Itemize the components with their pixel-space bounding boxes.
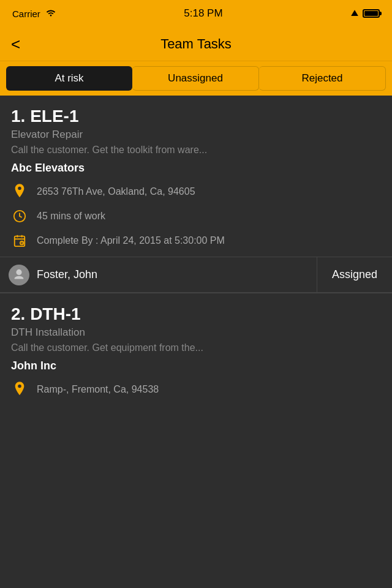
battery-icon [363,9,380,18]
task-card-2: 2. DTH-1 DTH Installation Call the custo… [0,293,392,412]
wifi-icon [45,9,56,18]
task-1-assigned-button[interactable]: Assigned [317,257,392,292]
tab-bar: At risk Unassigned Rejected [0,61,392,96]
task-card-1: 1. ELE-1 Elevator Repair Call the custom… [0,96,392,249]
task-1-description: Call the customer. Get the toolkit from … [11,145,381,156]
task-1-address-row: 2653 76Th Ave, Oakland, Ca, 94605 [11,183,381,200]
location-detail-icon-2 [11,381,28,398]
tab-unassigned[interactable]: Unassigned [132,66,259,91]
carrier-label: Carrier [12,9,40,19]
clock-detail-icon [11,208,28,225]
location-icon [350,9,359,18]
task-1-assignee-name: Foster, John [37,268,97,281]
task-2-title: 2. DTH-1 [11,304,381,324]
task-2-subtitle: DTH Installation [11,326,381,339]
tab-at-risk[interactable]: At risk [6,66,132,91]
task-2-description: Call the customer. Get equipment from th… [11,342,381,353]
assignee-avatar [9,265,29,285]
location-detail-icon [11,183,28,200]
page-title: Team Tasks [160,36,232,52]
status-bar-time: 5:18 PM [184,7,222,20]
back-button[interactable]: < [11,36,20,52]
task-1-company: Abc Elevators [11,162,381,175]
task-1-subtitle: Elevator Repair [11,129,381,141]
task-1-title: 1. ELE-1 [11,107,381,126]
task-1-completeby: Complete By : April 24, 2015 at 5:30:00 … [37,235,225,246]
status-bar: Carrier 5:18 PM [0,0,392,27]
task-1-duration: 45 mins of work [37,211,105,222]
task-1-assignee-row: Foster, John Assigned [0,257,392,292]
header: < Team Tasks [0,27,392,61]
task-2-company: John Inc [11,360,381,372]
status-bar-left: Carrier [12,9,56,19]
status-bar-right [350,9,380,18]
tab-rejected[interactable]: Rejected [259,66,386,91]
task-1-address: 2653 76Th Ave, Oakland, Ca, 94605 [37,186,195,197]
calendar-detail-icon [11,232,28,249]
task-1-assignee-info: Foster, John [0,257,317,292]
task-1-completeby-row: Complete By : April 24, 2015 at 5:30:00 … [11,232,381,249]
task-2-address-row: Ramp-, Fremont, Ca, 94538 [11,381,381,398]
task-2-address: Ramp-, Fremont, Ca, 94538 [37,384,159,395]
task-1-duration-row: 45 mins of work [11,208,381,225]
